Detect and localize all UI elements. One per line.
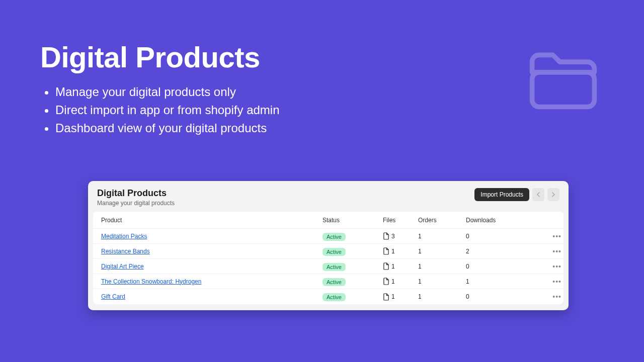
status-badge: Active [323, 263, 346, 271]
col-status: Status [323, 217, 383, 224]
status-badge: Active [323, 248, 346, 256]
hero-title: Digital Products [40, 40, 604, 74]
table-row: Digital Art Piece Active 1 1 0 ••• [93, 259, 564, 274]
col-orders: Orders [418, 217, 466, 224]
orders-cell: 1 [418, 248, 466, 255]
status-badge: Active [323, 278, 346, 286]
orders-cell: 1 [418, 263, 466, 270]
row-actions-button[interactable]: ••• [531, 262, 561, 270]
files-cell: 1 [383, 247, 418, 255]
file-icon [383, 278, 389, 285]
downloads-cell: 0 [466, 263, 531, 270]
chevron-left-icon [536, 192, 540, 197]
product-link[interactable]: Resistance Bands [101, 248, 323, 255]
file-icon [383, 232, 389, 240]
product-link[interactable]: Gift Card [101, 293, 323, 300]
hero-bullets: Manage your digital products only Direct… [40, 83, 604, 137]
file-icon [383, 247, 389, 255]
files-cell: 1 [383, 278, 418, 285]
status-badge: Active [323, 293, 346, 301]
col-files: Files [383, 217, 418, 224]
row-actions-button[interactable]: ••• [531, 278, 561, 286]
folder-icon [522, 38, 605, 121]
status-badge: Active [323, 233, 346, 241]
file-icon [383, 293, 389, 301]
files-cell: 3 [383, 232, 418, 240]
prev-page-button[interactable] [532, 188, 544, 201]
row-actions-button[interactable]: ••• [531, 247, 561, 255]
orders-cell: 1 [418, 233, 466, 240]
row-actions-button[interactable]: ••• [531, 232, 561, 240]
downloads-cell: 1 [466, 278, 531, 285]
orders-cell: 1 [418, 293, 466, 300]
product-link[interactable]: Meditation Packs [101, 233, 323, 240]
files-cell: 1 [383, 262, 418, 270]
downloads-cell: 0 [466, 293, 531, 300]
files-cell: 1 [383, 293, 418, 301]
col-product: Product [101, 217, 323, 224]
card-subtitle: Manage your digital products [97, 200, 175, 207]
svg-rect-0 [532, 72, 595, 107]
product-link[interactable]: The Collection Snowboard: Hydrogen [101, 278, 323, 285]
table-row: Gift Card Active 1 1 0 ••• [93, 289, 564, 304]
table-row: The Collection Snowboard: Hydrogen Activ… [93, 274, 564, 289]
downloads-cell: 2 [466, 248, 531, 255]
products-table: Product Status Files Orders Downloads Me… [93, 212, 564, 304]
col-downloads: Downloads [466, 217, 531, 224]
table-row: Resistance Bands Active 1 1 2 ••• [93, 244, 564, 259]
downloads-cell: 0 [466, 233, 531, 240]
hero-bullet: Dashboard view of your digital products [55, 119, 604, 137]
products-card: Digital Products Manage your digital pro… [88, 181, 569, 310]
table-row: Meditation Packs Active 3 1 0 ••• [93, 229, 564, 244]
orders-cell: 1 [418, 278, 466, 285]
row-actions-button[interactable]: ••• [531, 293, 561, 301]
card-title: Digital Products [97, 188, 175, 199]
table-header: Product Status Files Orders Downloads [93, 212, 564, 229]
file-icon [383, 262, 389, 270]
next-page-button[interactable] [547, 188, 559, 201]
chevron-right-icon [551, 192, 555, 197]
import-products-button[interactable]: Import Products [474, 188, 529, 201]
product-link[interactable]: Digital Art Piece [101, 263, 323, 270]
